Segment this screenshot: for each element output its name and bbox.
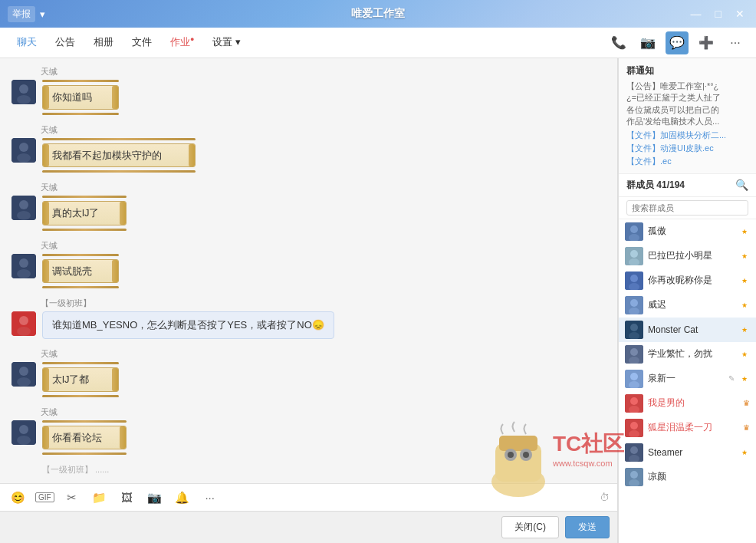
member-avatar bbox=[625, 345, 643, 364]
video-icon[interactable]: 📷 bbox=[636, 31, 659, 54]
menu-right: 📞 📷 💬 ➕ ··· bbox=[607, 31, 747, 54]
svg-point-49 bbox=[630, 446, 638, 454]
bell-icon[interactable]: 🔔 bbox=[173, 488, 192, 508]
member-avatar bbox=[625, 394, 643, 413]
close-chat-button[interactable]: 关闭(C) bbox=[501, 516, 559, 538]
member-badge-star: ★ bbox=[739, 447, 750, 458]
member-item[interactable]: 凉颜 bbox=[619, 465, 756, 489]
minimize-button[interactable]: — bbox=[687, 6, 705, 21]
message-bubble: 你看看论坛 bbox=[42, 426, 127, 450]
svg-point-16 bbox=[19, 367, 28, 376]
avatar bbox=[12, 138, 36, 163]
message-bubble: 真的太lJ了 bbox=[42, 201, 127, 225]
member-name: 学业繁忙，勿扰 bbox=[648, 347, 735, 360]
notice-content: 【公告】唯爱工作室|·*°¿¿=已经正黛于之类人扯了各位黛成员可以把自己的作品'… bbox=[626, 81, 748, 128]
dropdown-arrow-icon[interactable]: ▾ bbox=[40, 8, 45, 20]
msg-preview: 【一级初班】 ...... bbox=[42, 464, 606, 476]
msg-row: 你看看论坛 bbox=[12, 420, 606, 456]
member-badge-star: ★ bbox=[739, 374, 750, 384]
menu-item-file[interactable]: 文件 bbox=[124, 31, 159, 54]
member-item-active[interactable]: Monster Cat ★ bbox=[619, 318, 756, 342]
member-badge-star: ★ bbox=[739, 251, 750, 262]
notice-file-2[interactable]: 【文件】动漫UI皮肤.ec bbox=[626, 143, 748, 154]
report-button[interactable]: 举报 bbox=[8, 6, 35, 22]
menu-item-notice[interactable]: 公告 bbox=[48, 31, 83, 54]
svg-point-14 bbox=[17, 327, 31, 336]
add-icon[interactable]: ➕ bbox=[695, 31, 718, 54]
more-tool-icon[interactable]: ··· bbox=[200, 488, 220, 508]
member-avatar bbox=[625, 222, 643, 241]
chat-icon[interactable]: 💬 bbox=[666, 31, 689, 54]
msg-group: 天缄 调试脱壳 bbox=[12, 240, 606, 289]
member-item[interactable]: 巴拉巴拉小明星 ★ bbox=[619, 244, 756, 268]
svg-point-5 bbox=[17, 153, 31, 163]
msg-group: 天缄 我都看不起加模块守护的 bbox=[12, 124, 606, 173]
member-item[interactable]: 狐星泪温柔一刀 ♛ bbox=[619, 416, 756, 440]
menu-item-homework[interactable]: 作业● bbox=[163, 31, 202, 54]
svg-point-1 bbox=[19, 84, 28, 94]
image-icon[interactable]: 🖼 bbox=[117, 488, 137, 508]
msg-row: 我都看不起加模块守护的 bbox=[12, 138, 606, 173]
folder-icon[interactable]: 📁 bbox=[90, 488, 110, 508]
member-item[interactable]: 威迟 ★ bbox=[619, 293, 756, 318]
notice-file-1[interactable]: 【文件】加固模块分析二... bbox=[626, 130, 748, 141]
menu-item-chat[interactable]: 聊天 bbox=[9, 31, 44, 54]
menu-item-settings[interactable]: 设置 ▾ bbox=[205, 31, 248, 54]
svg-point-37 bbox=[630, 348, 638, 356]
svg-point-10 bbox=[19, 258, 28, 268]
right-panel: 群通知 【公告】唯爱工作室|·*°¿¿=已经正黛于之类人扯了各位黛成员可以把自己… bbox=[618, 58, 756, 543]
titlebar: 举报 ▾ 唯爱工作室 — □ ✕ bbox=[0, 0, 756, 28]
message-bubble: 我都看不起加模块守护的 bbox=[42, 143, 196, 168]
chat-panel: 天缄 你知道吗 天缄 bbox=[0, 58, 618, 543]
menu-items: 聊天 公告 相册 文件 作业● 设置 ▾ bbox=[9, 31, 248, 54]
member-item[interactable]: 孤傲 ★ bbox=[619, 219, 756, 244]
member-avatar bbox=[625, 296, 643, 314]
member-search-icon[interactable]: 🔍 bbox=[735, 179, 748, 191]
avatar bbox=[12, 420, 36, 445]
phone-icon[interactable]: 📞 bbox=[607, 31, 630, 54]
message-bubble: 调试脱壳 bbox=[42, 259, 119, 284]
send-button[interactable]: 发送 bbox=[565, 516, 610, 538]
msg-row: 谁知道MB_YESNO，怎么判断是否按了YES，或者按了NO😞 bbox=[12, 311, 606, 339]
msg-sender: 天缄 bbox=[41, 124, 606, 136]
photo-icon[interactable]: 📷 bbox=[145, 488, 165, 508]
time-icon[interactable]: ⏱ bbox=[600, 492, 610, 503]
member-search-bar bbox=[619, 197, 756, 219]
window-title: 唯爱工作室 bbox=[351, 7, 405, 21]
member-name: 凉颜 bbox=[648, 470, 750, 483]
close-button[interactable]: ✕ bbox=[731, 6, 748, 21]
svg-point-46 bbox=[630, 422, 638, 429]
svg-point-40 bbox=[630, 373, 638, 380]
member-item[interactable]: 我是男的 ♛ bbox=[619, 391, 756, 416]
svg-point-28 bbox=[630, 275, 638, 282]
member-item-steamer[interactable]: Steamer ★ bbox=[619, 440, 756, 465]
more-icon[interactable]: ··· bbox=[724, 31, 747, 54]
emoji-icon[interactable]: 😊 bbox=[8, 488, 28, 508]
avatar bbox=[12, 311, 36, 336]
avatar bbox=[12, 196, 36, 220]
member-search-input[interactable] bbox=[626, 200, 748, 216]
member-avatar bbox=[625, 247, 643, 265]
crown-badge: ♛ bbox=[743, 423, 750, 432]
msg-sender: 天缄 bbox=[41, 66, 606, 77]
menu-item-album[interactable]: 相册 bbox=[86, 31, 121, 54]
msg-group: 天缄 太lJ了都 bbox=[12, 348, 606, 397]
member-badge-star: ★ bbox=[739, 324, 750, 335]
msg-row: 真的太lJ了 bbox=[12, 196, 606, 231]
member-item[interactable]: 学业繁忙，勿扰 ★ bbox=[619, 342, 756, 367]
member-item[interactable]: 你再改昵称你是 ★ bbox=[619, 268, 756, 293]
scissors-icon[interactable]: ✂ bbox=[62, 488, 82, 508]
svg-point-7 bbox=[19, 200, 28, 209]
svg-point-4 bbox=[19, 143, 28, 152]
member-item[interactable]: 泉新一 ✎ ★ bbox=[619, 367, 756, 391]
member-name-red: 狐星泪温柔一刀 bbox=[648, 421, 738, 434]
crown-badge: ♛ bbox=[743, 399, 750, 407]
gif-button[interactable]: GIF bbox=[35, 492, 54, 502]
notice-file-3[interactable]: 【文件】.ec bbox=[626, 156, 748, 167]
maximize-button[interactable]: □ bbox=[712, 6, 725, 21]
msg-row: 调试脱壳 bbox=[12, 254, 606, 289]
svg-point-19 bbox=[19, 425, 28, 434]
msg-sender: 天缄 bbox=[41, 182, 606, 193]
titlebar-left: 举报 ▾ bbox=[8, 6, 45, 22]
member-avatar bbox=[625, 321, 643, 339]
